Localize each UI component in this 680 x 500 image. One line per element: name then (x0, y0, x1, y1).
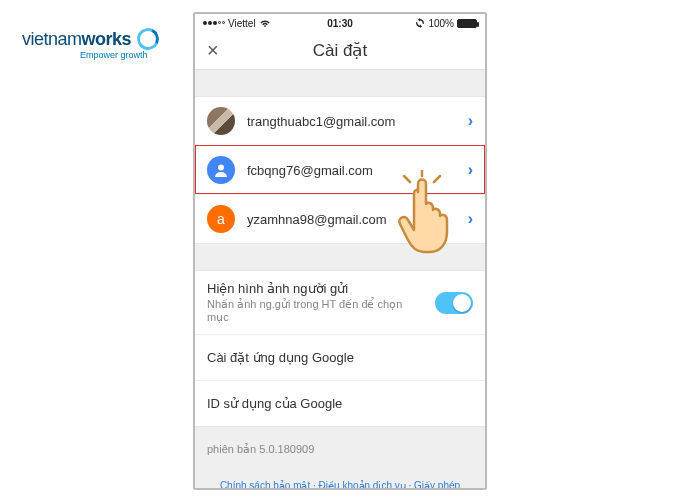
version-label: phiên bản 5.0.180909 (195, 427, 485, 472)
account-email: trangthuabc1@gmail.com (247, 114, 456, 129)
sender-images-row[interactable]: Hiện hình ảnh người gửi Nhấn ảnh ng.gửi … (195, 271, 485, 334)
content-scroll[interactable]: trangthuabc1@gmail.com › fcbqng76@gmail.… (195, 70, 485, 488)
vietnamworks-logo: vietnamworks (22, 28, 159, 50)
setting-subtitle: Nhấn ảnh ng.gửi trong HT đến để chọn mục (207, 298, 423, 324)
logo-tagline: Empower growth (80, 50, 148, 60)
google-id-row[interactable]: ID sử dụng của Google (195, 380, 485, 426)
terms-link[interactable]: Điều khoản dịch vụ (319, 480, 406, 488)
footer-links: Chính sách bảo mật · Điều khoản dịch vụ … (195, 472, 485, 488)
chevron-right-icon: › (468, 112, 473, 130)
logo-ring-icon (134, 25, 162, 53)
status-bar: Viettel 01:30 100% (195, 14, 485, 32)
avatar-photo-icon (207, 107, 235, 135)
setting-title: Cài đặt ứng dụng Google (207, 350, 473, 365)
account-row[interactable]: trangthuabc1@gmail.com › (195, 97, 485, 145)
setting-title: ID sử dụng của Google (207, 396, 473, 411)
battery-icon (457, 19, 477, 28)
avatar-letter-icon: a (207, 205, 235, 233)
svg-point-0 (218, 165, 224, 171)
nav-bar: × Cài đặt (195, 32, 485, 70)
account-email: yzamhna98@gmail.com (247, 212, 456, 227)
clock-label: 01:30 (195, 18, 485, 29)
settings-section: Hiện hình ảnh người gửi Nhấn ảnh ng.gửi … (195, 270, 485, 427)
chevron-right-icon: › (468, 210, 473, 228)
google-app-settings-row[interactable]: Cài đặt ứng dụng Google (195, 334, 485, 380)
account-row[interactable]: a yzamhna98@gmail.com › (195, 194, 485, 243)
setting-title: Hiện hình ảnh người gửi (207, 281, 423, 296)
account-row-selected[interactable]: fcbqng76@gmail.com › (195, 145, 485, 194)
page-title: Cài đặt (313, 40, 367, 61)
license-link[interactable]: Giấy phép (414, 480, 460, 488)
privacy-link[interactable]: Chính sách bảo mật (220, 480, 310, 488)
chevron-right-icon: › (468, 161, 473, 179)
account-email: fcbqng76@gmail.com (247, 163, 456, 178)
phone-frame: Viettel 01:30 100% × Cài đặt trangthuabc… (193, 12, 487, 490)
close-icon[interactable]: × (207, 39, 219, 62)
toggle-switch[interactable] (435, 292, 473, 314)
avatar-person-icon (207, 156, 235, 184)
accounts-section: trangthuabc1@gmail.com › fcbqng76@gmail.… (195, 96, 485, 244)
